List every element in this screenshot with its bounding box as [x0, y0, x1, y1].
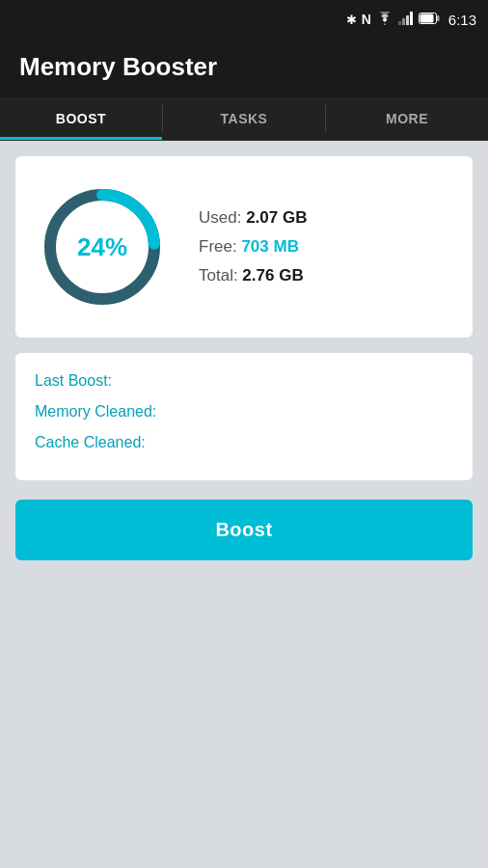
- svg-rect-3: [410, 12, 413, 25]
- boost-button[interactable]: Boost: [15, 500, 473, 560]
- status-time: 6:13: [448, 12, 476, 28]
- svg-rect-0: [398, 21, 401, 25]
- last-boost-label: Last Boost:: [35, 372, 112, 389]
- free-label: Free:: [199, 237, 241, 256]
- memory-card: 24% Used: 2.07 GB Free: 703 MB Total: 2.…: [15, 156, 473, 338]
- tab-bar: BOOST TASKS MORE: [0, 97, 488, 141]
- signal-icon: [398, 12, 414, 28]
- battery-icon: [419, 13, 440, 27]
- svg-rect-5: [437, 15, 440, 21]
- donut-chart: 24%: [35, 179, 170, 314]
- info-card: Last Boost: Memory Cleaned: Cache Cleane…: [15, 353, 473, 480]
- cache-cleaned-label: Cache Cleaned:: [35, 434, 146, 450]
- bluetooth-icon: ✱: [346, 13, 357, 27]
- total-stat: Total: 2.76 GB: [199, 266, 307, 285]
- used-label: Used:: [199, 208, 246, 227]
- svg-rect-1: [402, 18, 405, 25]
- status-icons: ✱ N: [346, 12, 476, 28]
- free-value: 703 MB: [241, 237, 299, 256]
- used-value: 2.07 GB: [246, 208, 307, 227]
- tab-more[interactable]: MORE: [326, 97, 488, 140]
- memory-stats: Used: 2.07 GB Free: 703 MB Total: 2.76 G…: [199, 208, 307, 285]
- used-stat: Used: 2.07 GB: [199, 208, 307, 228]
- memory-cleaned-label: Memory Cleaned:: [35, 403, 156, 420]
- tab-tasks[interactable]: TASKS: [163, 97, 325, 140]
- wifi-icon: [376, 12, 393, 28]
- app-title: Memory Booster: [19, 52, 217, 81]
- donut-percentage: 24%: [77, 232, 127, 262]
- cache-cleaned-row: Cache Cleaned:: [35, 434, 453, 451]
- network-n-icon: N: [362, 12, 371, 27]
- last-boost-row: Last Boost:: [35, 372, 453, 390]
- app-header: Memory Booster: [0, 39, 488, 97]
- status-bar: ✱ N: [0, 0, 488, 39]
- main-content: 24% Used: 2.07 GB Free: 703 MB Total: 2.…: [0, 141, 488, 576]
- free-stat: Free: 703 MB: [199, 237, 307, 257]
- tab-boost[interactable]: BOOST: [0, 97, 162, 140]
- svg-rect-2: [406, 15, 409, 25]
- svg-rect-6: [420, 14, 433, 22]
- total-value: 2.76 GB: [242, 266, 303, 285]
- memory-cleaned-row: Memory Cleaned:: [35, 403, 453, 420]
- total-label: Total:: [199, 266, 242, 285]
